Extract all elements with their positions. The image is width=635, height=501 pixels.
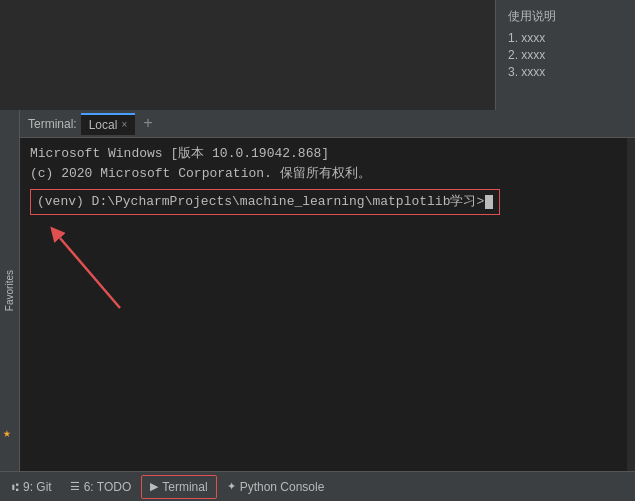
local-tab-label: Local — [89, 118, 118, 132]
prompt-box: (venv) D:\PycharmProjects\machine_learni… — [30, 189, 500, 215]
usage-item-2: 2. xxxx — [508, 48, 623, 62]
git-label: 9: Git — [23, 480, 52, 494]
terminal-tab[interactable]: ▶ Terminal — [141, 475, 216, 499]
usage-item-3: 3. xxxx — [508, 65, 623, 79]
tab-add-icon[interactable]: + — [139, 115, 157, 133]
arrow-svg — [30, 218, 150, 318]
todo-label: 6: TODO — [84, 480, 132, 494]
usage-list: 1. xxxx 2. xxxx 3. xxxx — [508, 31, 623, 79]
terminal-bottom-icon: ▶ — [150, 480, 158, 493]
terminal-local-tab[interactable]: Local × — [81, 113, 136, 135]
cursor — [485, 195, 493, 209]
arrow-annotation — [30, 218, 150, 318]
terminal-content[interactable]: Microsoft Windows [版本 10.0.19042.868] (c… — [20, 138, 635, 471]
git-icon: ⑆ — [12, 481, 19, 493]
scrollbar-track[interactable] — [627, 138, 635, 471]
favorites-label: Favorites — [4, 270, 15, 311]
terminal-area: Terminal: Local × + Microsoft Windows [版… — [20, 110, 635, 471]
usage-item-1: 1. xxxx — [508, 31, 623, 45]
favorites-star-icon[interactable]: ★ — [3, 425, 11, 441]
python-console-label: Python Console — [240, 480, 325, 494]
todo-icon: ☰ — [70, 480, 80, 493]
terminal-tab-static-label: Terminal: — [28, 117, 77, 131]
terminal-tab-bar: Terminal: Local × + — [20, 110, 635, 138]
prompt-text: (venv) D:\PycharmProjects\machine_learni… — [37, 194, 484, 209]
left-sidebar: Favorites ★ — [0, 110, 20, 471]
usage-panel: 使用说明 1. xxxx 2. xxxx 3. xxxx — [495, 0, 635, 110]
todo-tab[interactable]: ☰ 6: TODO — [62, 476, 140, 498]
terminal-bottom-label: Terminal — [162, 480, 207, 494]
tab-close-icon[interactable]: × — [121, 119, 127, 130]
bottom-bar: ⑆ 9: Git ☰ 6: TODO ▶ Terminal ✦ Python C… — [0, 471, 635, 501]
terminal-line-1: Microsoft Windows [版本 10.0.19042.868] — [30, 144, 625, 164]
terminal-prompt-line: (venv) D:\PycharmProjects\machine_learni… — [30, 189, 625, 215]
git-tab[interactable]: ⑆ 9: Git — [4, 476, 60, 498]
svg-line-1 — [60, 238, 120, 308]
usage-title: 使用说明 — [508, 8, 623, 25]
terminal-line-2: (c) 2020 Microsoft Corporation. 保留所有权利。 — [30, 164, 625, 184]
python-console-tab[interactable]: ✦ Python Console — [219, 476, 333, 498]
console-icon: ✦ — [227, 480, 236, 493]
